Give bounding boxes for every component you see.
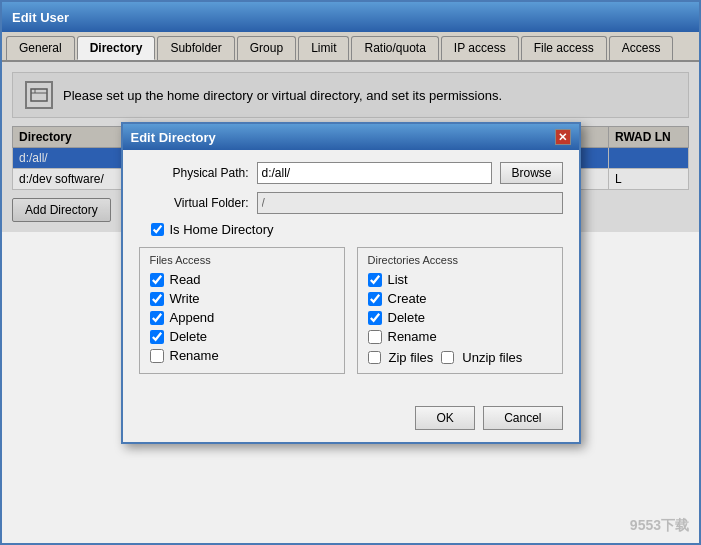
- tab-group[interactable]: Group: [237, 36, 296, 60]
- dir-delete-checkbox[interactable]: [368, 311, 382, 325]
- check-create: Create: [368, 291, 552, 306]
- tab-ratio-quota[interactable]: Ratio/quota: [351, 36, 438, 60]
- ok-button[interactable]: OK: [415, 406, 475, 430]
- zip-files-label: Zip files: [389, 350, 434, 365]
- is-home-dir-checkbox[interactable]: [151, 223, 164, 236]
- title-bar: Edit User: [2, 2, 699, 32]
- tabs-bar: General Directory Subfolder Group Limit …: [2, 32, 699, 62]
- modal-title-bar: Edit Directory ✕: [123, 124, 579, 150]
- create-label: Create: [388, 291, 427, 306]
- main-window: Edit User General Directory Subfolder Gr…: [0, 0, 701, 545]
- dir-delete-label: Delete: [388, 310, 426, 325]
- is-home-dir-row: Is Home Directory: [151, 222, 563, 237]
- modal-body: Physical Path: Browse Virtual Folder: Is…: [123, 150, 579, 398]
- list-checkbox[interactable]: [368, 273, 382, 287]
- access-panels: Files Access Read Write Ap: [139, 247, 563, 374]
- check-list: List: [368, 272, 552, 287]
- virtual-folder-input[interactable]: [257, 192, 563, 214]
- rename-checkbox[interactable]: [150, 349, 164, 363]
- delete-checkbox[interactable]: [150, 330, 164, 344]
- files-access-title: Files Access: [150, 254, 334, 266]
- tab-subfolder[interactable]: Subfolder: [157, 36, 234, 60]
- content-area: Please set up the home directory or virt…: [2, 62, 699, 232]
- tab-general[interactable]: General: [6, 36, 75, 60]
- modal-title: Edit Directory: [131, 130, 216, 145]
- directories-access-panel: Directories Access List Create: [357, 247, 563, 374]
- check-rename: Rename: [150, 348, 334, 363]
- list-label: List: [388, 272, 408, 287]
- tab-file-access[interactable]: File access: [521, 36, 607, 60]
- check-dir-rename: Rename: [368, 329, 552, 344]
- create-checkbox[interactable]: [368, 292, 382, 306]
- rename-label: Rename: [170, 348, 219, 363]
- watermark: 9553下载: [630, 517, 689, 535]
- read-checkbox[interactable]: [150, 273, 164, 287]
- directories-access-title: Directories Access: [368, 254, 552, 266]
- zip-files-checkbox[interactable]: [368, 351, 381, 364]
- tab-access[interactable]: Access: [609, 36, 674, 60]
- read-label: Read: [170, 272, 201, 287]
- files-access-panel: Files Access Read Write Ap: [139, 247, 345, 374]
- dir-rename-label: Rename: [388, 329, 437, 344]
- modal-close-button[interactable]: ✕: [555, 129, 571, 145]
- write-label: Write: [170, 291, 200, 306]
- edit-directory-modal: Edit Directory ✕ Physical Path: Browse V…: [121, 122, 581, 444]
- check-dir-delete: Delete: [368, 310, 552, 325]
- delete-label: Delete: [170, 329, 208, 344]
- check-read: Read: [150, 272, 334, 287]
- cancel-button[interactable]: Cancel: [483, 406, 562, 430]
- append-label: Append: [170, 310, 215, 325]
- zip-row: Zip files Unzip files: [368, 350, 552, 365]
- browse-button[interactable]: Browse: [500, 162, 562, 184]
- physical-path-row: Physical Path: Browse: [139, 162, 563, 184]
- dir-rename-checkbox[interactable]: [368, 330, 382, 344]
- tab-limit[interactable]: Limit: [298, 36, 349, 60]
- physical-path-label: Physical Path:: [139, 166, 249, 180]
- virtual-folder-row: Virtual Folder:: [139, 192, 563, 214]
- check-append: Append: [150, 310, 334, 325]
- check-write: Write: [150, 291, 334, 306]
- window-title: Edit User: [12, 10, 69, 25]
- is-home-dir-label: Is Home Directory: [170, 222, 274, 237]
- modal-overlay: Edit Directory ✕ Physical Path: Browse V…: [2, 62, 699, 232]
- tab-directory[interactable]: Directory: [77, 36, 156, 60]
- append-checkbox[interactable]: [150, 311, 164, 325]
- unzip-files-checkbox[interactable]: [441, 351, 454, 364]
- check-delete: Delete: [150, 329, 334, 344]
- unzip-files-label: Unzip files: [462, 350, 522, 365]
- tab-ip-access[interactable]: IP access: [441, 36, 519, 60]
- virtual-folder-label: Virtual Folder:: [139, 196, 249, 210]
- write-checkbox[interactable]: [150, 292, 164, 306]
- modal-footer: OK Cancel: [123, 398, 579, 442]
- physical-path-input[interactable]: [257, 162, 493, 184]
